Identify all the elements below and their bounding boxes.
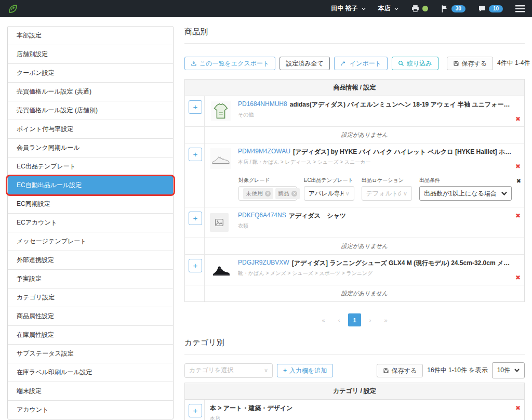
- no-setting-row: 設定がありません: [185, 238, 524, 255]
- pagination-first[interactable]: «: [317, 313, 330, 326]
- location-select[interactable]: デフォルトのみ ∨: [362, 186, 412, 201]
- add-setting-button[interactable]: +: [189, 212, 202, 225]
- sidebar-item-substatus-settei[interactable]: サブステータス設定: [8, 345, 173, 363]
- import-button[interactable]: インポート: [334, 57, 388, 70]
- delete-row-icon[interactable]: ✖: [515, 116, 521, 122]
- chevron-down-icon: [394, 7, 398, 11]
- grade-multiselect[interactable]: 未使用 ✕ 新品 ✕ ∨: [238, 186, 297, 201]
- delete-row-icon[interactable]: ✖: [515, 213, 521, 219]
- template-value: アパレル専用: [309, 189, 343, 198]
- sidebar-item-label: EC自動出品ルール設定: [17, 181, 82, 189]
- plus-icon: +: [283, 368, 287, 374]
- product-save-button[interactable]: 保存する: [447, 57, 494, 70]
- top-bar: 田中 裕子 本店 30 10: [0, 0, 532, 17]
- category-select[interactable]: カテゴリを選択 ∨: [184, 363, 273, 378]
- store-name: 本店: [378, 4, 391, 13]
- sidebar-item-tanmatsu-settei[interactable]: 端末設定: [8, 382, 173, 401]
- product-section-title: 商品別: [184, 26, 525, 44]
- condition-select[interactable]: 出品数が1以上になる場合: [419, 186, 512, 201]
- user-name: 田中 裕子: [331, 4, 357, 13]
- grade-tag-label: 新品: [278, 190, 289, 198]
- product-id-link[interactable]: PD1684NHMUH8: [238, 100, 287, 109]
- sidebar-item-tenpobetsu-settei[interactable]: 店舗別設定: [8, 45, 173, 64]
- sidebar-item-ec-jido-shuppin-rule[interactable]: EC自動出品ルール設定: [8, 176, 173, 195]
- category-table-header: カテゴリ / 設定: [185, 383, 524, 400]
- product-image-black-shoe: [210, 259, 232, 281]
- category-pagesize-value: 10件: [497, 366, 510, 375]
- grade-field-label: 対象グレード: [238, 177, 297, 184]
- recore-logo-icon[interactable]: [7, 3, 19, 15]
- delete-row-icon[interactable]: ✖: [515, 274, 521, 281]
- pagination-page-1[interactable]: 1: [348, 313, 361, 326]
- no-setting-row: 設定がありません: [185, 285, 524, 301]
- product-id-link[interactable]: PDGJR9ZUBVXW: [238, 259, 289, 268]
- product-content: PDKFQ6A474NS アディダス シャツ 衣類 ✖: [205, 207, 524, 238]
- sidebar-item-point-fuyo-ritsu[interactable]: ポイント付与率設定: [8, 120, 173, 139]
- product-id-link[interactable]: PDKFQ6A474NS: [238, 212, 286, 220]
- sidebar-item-category-settei[interactable]: カテゴリ設定: [8, 288, 173, 307]
- sidebar-item-coupon-settei[interactable]: クーポン設定: [8, 64, 173, 83]
- sidebar-item-ec-account[interactable]: ECアカウント: [8, 214, 173, 232]
- product-id-link[interactable]: PDM49M4ZOWAU: [238, 148, 290, 156]
- template-field-label: EC出品テンプレート: [304, 177, 354, 184]
- import-label: インポート: [350, 60, 381, 67]
- sidebar-item-gaibu-renkei-settei[interactable]: 外部連携設定: [8, 251, 173, 270]
- chevron-down-icon: [501, 191, 507, 195]
- sidebar-item-ec-shuppin-template[interactable]: EC出品テンプレート: [8, 158, 173, 176]
- category-path: 本 > アート・建築・デザイン: [210, 404, 292, 413]
- product-row: + PDKFQ6A474NS アディダス シャツ: [185, 207, 524, 238]
- add-setting-button[interactable]: +: [189, 100, 202, 114]
- flag-badge: 30: [451, 5, 466, 12]
- product-category-path: 靴・かばん > メンズ > シューズ > スポーツ > ランニング: [238, 270, 513, 277]
- sidebar-item-yojitsu-settei[interactable]: 予実設定: [8, 270, 173, 288]
- printer-status[interactable]: [411, 4, 428, 13]
- notifications-flag[interactable]: 30: [441, 5, 466, 13]
- filter-button[interactable]: 絞り込み: [392, 57, 438, 70]
- delete-row-icon[interactable]: ✖: [515, 163, 521, 169]
- sidebar-item-baibai-kakaku-rule-kyotsu[interactable]: 売買価格ルール設定 (共通): [8, 83, 173, 101]
- hamburger-menu-icon[interactable]: [515, 5, 525, 12]
- category-save-button[interactable]: 保存する: [377, 364, 423, 377]
- remove-tag-icon[interactable]: ✕: [291, 191, 297, 196]
- sidebar-item-ec-douki-settei[interactable]: EC同期設定: [8, 195, 173, 214]
- sidebar-item-baibai-kakaku-rule-tenpobetsu[interactable]: 売買価格ルール設定 (店舗別): [8, 101, 173, 120]
- store-menu[interactable]: 本店: [378, 4, 398, 13]
- add-input-field-button[interactable]: + 入力欄を追加: [277, 364, 333, 377]
- product-count-text: 4件中 1-4件 を表示: [497, 59, 532, 68]
- sidebar-item-kaiin-rank-douki-rule[interactable]: 会員ランク同期ルール: [8, 139, 173, 158]
- template-select[interactable]: アパレル専用 ∨: [304, 186, 354, 201]
- add-setting-button[interactable]: +: [189, 148, 202, 161]
- add-setting-button[interactable]: +: [189, 404, 202, 417]
- remove-setting-icon[interactable]: ✖: [516, 178, 521, 185]
- pagination-prev[interactable]: ‹: [332, 313, 345, 326]
- messages[interactable]: 10: [478, 5, 503, 13]
- configured-all-button[interactable]: 設定済み全て: [280, 57, 330, 70]
- product-category-path: 衣類: [238, 222, 513, 230]
- remove-tag-icon[interactable]: ✕: [265, 191, 271, 196]
- sidebar-item-zaiko-label-insatsu-rule[interactable]: 在庫ラベル印刷ルール設定: [8, 363, 173, 382]
- sidebar-item-honbu-settei[interactable]: 本部設定: [8, 27, 173, 45]
- pagination-next[interactable]: ›: [364, 313, 377, 326]
- user-menu[interactable]: 田中 裕子: [331, 4, 365, 13]
- pagination-last[interactable]: »: [379, 313, 392, 326]
- category-content: 本 > アート・建築・デザイン 本店 ✖: [205, 400, 524, 420]
- sidebar-item-zaiko-zokusei-settei[interactable]: 在庫属性設定: [8, 326, 173, 345]
- product-row: + PD1684NHMUH8 adidas(アディダス) バイエルンミュン: [185, 96, 524, 127]
- category-pagesize-select[interactable]: 10件: [492, 362, 525, 378]
- export-list-label: この一覧をエクスポート: [200, 60, 269, 67]
- sidebar-item-account[interactable]: アカウント: [8, 401, 173, 419]
- delete-row-icon[interactable]: ✖: [515, 405, 521, 411]
- chevron-down-icon: [362, 7, 366, 11]
- product-content: PDGJR9ZUBVXW [アディダス] ランニングシューズ GLX4 M (現…: [205, 255, 524, 285]
- setting-panel: 対象グレード 未使用 ✕ 新品 ✕ ∨: [205, 174, 524, 207]
- sidebar-item-message-template[interactable]: メッセージテンプレート: [8, 232, 173, 251]
- product-image-white-sneaker: [210, 148, 232, 169]
- product-row: + PDGJR9ZUBVXW [アディダス]: [185, 255, 524, 285]
- add-setting-button[interactable]: +: [189, 259, 202, 272]
- import-arrow-icon: [340, 60, 347, 67]
- sidebar-item-shohin-zokusei-settei[interactable]: 商品属性設定: [8, 307, 173, 326]
- product-title: [アディダス] by HYKE バイ ハイク ハイレット ベルクロ [HYKE …: [293, 148, 513, 156]
- export-list-button[interactable]: この一覧をエクスポート: [184, 57, 275, 70]
- condition-value: 出品数が1以上になる場合: [424, 189, 499, 198]
- download-icon: [191, 60, 197, 67]
